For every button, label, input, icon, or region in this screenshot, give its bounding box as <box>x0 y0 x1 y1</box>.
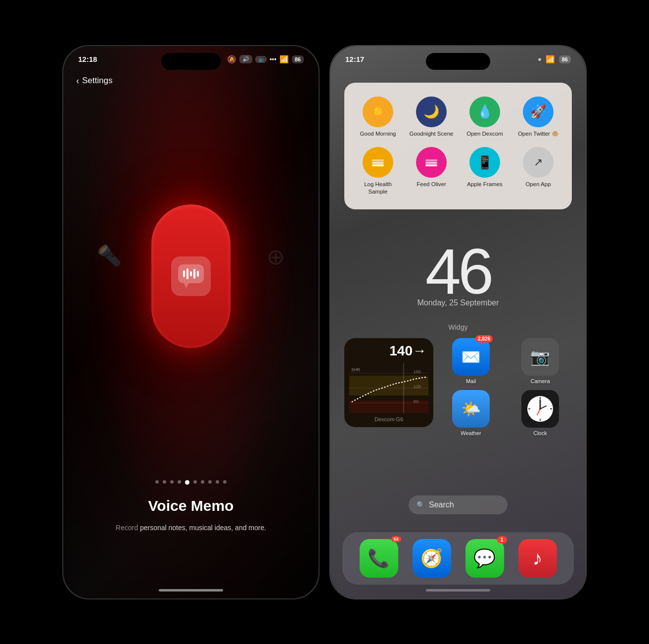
svg-rect-5 <box>193 269 195 279</box>
open-twitter-icon: 🚀 <box>523 97 554 127</box>
wifi-icon: 📶 <box>279 55 289 64</box>
svg-rect-10 <box>425 159 437 161</box>
shortcut-open-app[interactable]: ↗ Open App <box>512 143 564 199</box>
dock-safari-wrap[interactable]: 🧭 <box>413 539 451 578</box>
svg-rect-6 <box>197 271 199 277</box>
dexcom-chart-svg: 3HR 180 120 60 <box>349 361 428 415</box>
shortcut-feed-oliver[interactable]: Feed Oliver <box>406 143 457 199</box>
apple-frames-icon: 📱 <box>469 147 500 178</box>
shortcut-goodnight-scene[interactable]: 🌙 Goodnight Scene <box>406 93 457 142</box>
shortcuts-popup: ☀️ Good Morning 🌙 Goodnight Scene 💧 Open… <box>344 83 572 210</box>
shortcut-label-feed-oliver: Feed Oliver <box>417 181 446 188</box>
shortcut-label-apple-frames: Apple Frames <box>467 181 503 188</box>
voice-memo-button[interactable] <box>151 204 231 348</box>
home-indicator-right <box>426 589 490 592</box>
volume-icon: 🔊 <box>239 55 252 63</box>
dot-9 <box>216 480 219 484</box>
mail-badge: 2,826 <box>475 335 493 343</box>
dock-safari-icon: 🧭 <box>413 539 451 578</box>
clock-face-svg <box>526 395 554 423</box>
dexcom-widget[interactable]: 140→ 3HR 180 <box>344 338 433 427</box>
search-bar[interactable]: 🔍 Search <box>409 495 508 514</box>
shortcut-grid: ☀️ Good Morning 🌙 Goodnight Scene 💧 Open… <box>352 93 564 200</box>
back-arrow-icon: ‹ <box>76 76 79 86</box>
dock-messages-wrap[interactable]: 💬 1 <box>465 539 504 578</box>
shortcut-label-good-morning: Good Morning <box>360 130 396 138</box>
svg-text:180: 180 <box>414 369 421 374</box>
mail-label: Mail <box>466 378 476 384</box>
mail-icon: ✉️ 2,826 <box>452 338 490 376</box>
shortcut-label-log-health: Log Health Sample <box>354 181 402 196</box>
appletv-icon: 📺 <box>255 56 267 63</box>
home-indicator <box>159 589 223 592</box>
voice-pill-icon <box>171 256 211 296</box>
search-icon: 🔍 <box>417 501 425 509</box>
weather-sun-icon: 🌤️ <box>461 399 481 418</box>
status-bar-left: 12:18 🔕 🔊 📺 ▪▪▪ 📶 86 <box>78 55 304 64</box>
mail-envelope-icon: ✉️ <box>461 347 481 366</box>
layers-icon-pink <box>423 154 439 170</box>
battery-icon: 86 <box>292 55 304 63</box>
dexcom-value: 140→ <box>349 343 428 359</box>
live-activities-icon: ● <box>538 55 542 63</box>
dot-4 <box>178 480 181 484</box>
app-mail-wrap[interactable]: ✉️ 2,826 Mail <box>439 338 503 384</box>
camera-lens-icon: 📷 <box>530 347 550 366</box>
svg-marker-1 <box>184 283 189 288</box>
dynamic-island-right <box>426 53 490 70</box>
good-morning-icon: ☀️ <box>363 97 393 127</box>
flashlight-icon: 🔦 <box>97 244 122 267</box>
status-time: 12:18 <box>78 55 97 63</box>
lock-screen-time: 46 <box>330 234 586 308</box>
dexcom-label: Dexcom G6 <box>349 416 428 422</box>
search-label: Search <box>429 500 454 509</box>
voice-memo-icon <box>176 262 206 290</box>
dexcom-chart: 3HR 180 120 60 <box>349 361 428 415</box>
dot-2 <box>163 480 166 484</box>
log-health-icon <box>363 147 393 178</box>
dot-10 <box>223 480 227 484</box>
voice-memo-subtitle: Record personal notes, musical ideas, an… <box>63 524 319 532</box>
svg-rect-7 <box>372 159 384 161</box>
feed-oliver-icon <box>416 147 447 178</box>
voice-memo-title: Voice Memo <box>63 497 319 514</box>
dot-3 <box>170 480 174 484</box>
messages-badge: 1 <box>497 536 507 544</box>
dock-music-icon: ♪ <box>518 539 557 578</box>
right-status-icons: ● 📶 86 <box>538 55 571 64</box>
shortcut-open-twitter[interactable]: 🚀 Open Twitter 🐵 <box>512 93 564 142</box>
status-icons: 🔕 🔊 📺 ▪▪▪ 📶 86 <box>227 55 304 64</box>
dock-phone-icon: 📞 53 <box>360 539 398 578</box>
dot-6 <box>193 480 197 484</box>
signal-icon: ▪▪▪ <box>270 55 277 63</box>
shortcut-apple-frames[interactable]: 📱 Apple Frames <box>459 143 510 199</box>
right-phone: 12:17 ● 📶 86 ☀️ Good Morning 🌙 Goodnight… <box>329 45 587 599</box>
widgy-label: Widgy <box>330 323 586 331</box>
clock-label: Clock <box>533 430 547 436</box>
dot-8 <box>208 480 212 484</box>
magnifier-icon: ⊕ <box>267 244 285 269</box>
page-dots <box>155 480 227 485</box>
svg-text:3HR: 3HR <box>351 367 361 372</box>
dot-5-active <box>185 480 189 485</box>
dock-messages-icon: 💬 1 <box>465 539 504 578</box>
shortcut-open-dexcom[interactable]: 💧 Open Dexcom <box>459 93 510 142</box>
right-status-time: 12:17 <box>345 55 364 63</box>
layers-icon-orange <box>370 154 386 170</box>
apps-row: 140→ 3HR 180 <box>344 338 572 436</box>
phone-badge: 53 <box>391 536 401 542</box>
clock-icon <box>521 390 559 428</box>
shortcut-log-health[interactable]: Log Health Sample <box>352 143 404 199</box>
messages-bubble-icon: 💬 <box>473 548 496 569</box>
app-camera-wrap[interactable]: 📷 Camera <box>509 338 572 384</box>
shortcut-good-morning[interactable]: ☀️ Good Morning <box>352 93 404 142</box>
dock-music-wrap[interactable]: ♪ <box>518 539 557 578</box>
app-clock-wrap[interactable]: Clock <box>509 390 572 436</box>
settings-label: Settings <box>82 76 112 86</box>
svg-text:120: 120 <box>414 384 421 389</box>
svg-rect-2 <box>183 270 185 277</box>
dock-phone-wrap[interactable]: 📞 53 <box>360 539 398 578</box>
app-weather-wrap[interactable]: 🌤️ Weather <box>439 390 503 436</box>
settings-nav[interactable]: ‹ Settings <box>76 76 112 86</box>
weather-label: Weather <box>461 430 481 436</box>
